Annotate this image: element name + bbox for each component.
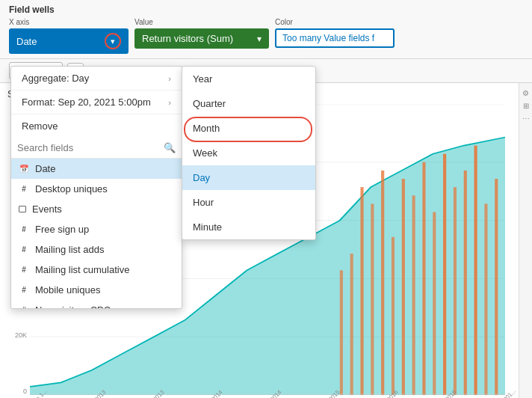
agg-item-quarter[interactable]: Quarter [182, 91, 315, 116]
agg-label-day: Day [193, 172, 210, 183]
field-label-mobile-uniques: Mobile uniques [35, 284, 100, 296]
svg-rect-12 [402, 179, 405, 395]
agg-label-hour: Hour [193, 197, 214, 208]
agg-item-day[interactable]: Day [182, 165, 315, 190]
hash-icon-2: # [19, 224, 29, 235]
search-box-row: 🔍 [11, 138, 182, 159]
field-label-mailing-cumulative: Mailing list cumulative [35, 264, 129, 275]
agg-label-month: Month [193, 123, 220, 134]
field-label-mailing-adds: Mailing list adds [35, 244, 105, 255]
field-list: 📅 Date # Desktop uniques Events # Free s… [11, 159, 182, 308]
format-label: Format: Sep 20, 2021 5:00pm [22, 97, 151, 108]
field-label-events: Events [32, 203, 62, 215]
agg-item-month[interactable]: Month [182, 116, 315, 141]
svg-rect-8 [360, 187, 363, 395]
rect-icon [19, 206, 26, 212]
field-item-desktop-uniques[interactable]: # Desktop uniques [11, 179, 182, 199]
search-icon: 🔍 [164, 142, 176, 153]
agg-label-year: Year [193, 73, 212, 85]
agg-label-minute: Minute [193, 221, 222, 233]
value-title: Value [134, 18, 269, 26]
x-axis-chevron-circle[interactable]: ▾ [105, 33, 121, 49]
hash-icon-6: # [19, 305, 29, 309]
svg-rect-13 [412, 195, 415, 395]
color-well: Color Too many Value fields f [275, 18, 395, 48]
agg-item-week[interactable]: Week [182, 141, 315, 165]
field-label-date: Date [35, 163, 55, 174]
svg-rect-21 [495, 179, 498, 395]
field-label-new-visitors-cpc: New visitors CPC [35, 304, 111, 308]
field-wells-row: X axis Date ▾ Value Return visitors (Sum… [9, 18, 523, 54]
value-well: Value Return visitors (Sum) ▾ [134, 18, 269, 49]
hash-icon-3: # [19, 245, 29, 255]
calendar-icon: 📅 [19, 164, 29, 174]
aggregate-arrow-icon: › [168, 74, 171, 83]
field-item-mobile-uniques[interactable]: # Mobile uniques [11, 280, 182, 300]
x-axis-box[interactable]: Date ▾ [9, 28, 129, 54]
agg-item-hour[interactable]: Hour [182, 190, 315, 215]
hash-icon-5: # [19, 285, 29, 296]
color-field-text: Too many Value fields f [282, 33, 374, 43]
svg-rect-9 [371, 203, 374, 395]
svg-rect-15 [433, 212, 436, 395]
search-input[interactable] [17, 142, 159, 153]
remove-item[interactable]: Remove [11, 114, 182, 138]
svg-rect-10 [381, 171, 384, 395]
svg-rect-7 [350, 254, 353, 395]
x-axis-well: X axis Date ▾ [9, 18, 129, 54]
agg-label-quarter: Quarter [193, 98, 226, 109]
field-label-desktop-uniques: Desktop uniques [35, 183, 108, 195]
svg-rect-16 [443, 154, 446, 395]
value-chevron-icon: ▾ [257, 34, 262, 44]
color-title: Color [275, 18, 395, 26]
aggregate-item[interactable]: Aggregate: Day › [11, 67, 182, 91]
aggregate-label: Aggregate: Day [22, 73, 89, 84]
chart-icon[interactable]: ⊞ [523, 102, 529, 110]
agg-label-week: Week [193, 147, 217, 159]
svg-rect-20 [484, 203, 487, 395]
gear-icon[interactable]: ⚙ [522, 89, 529, 97]
field-item-mailing-adds[interactable]: # Mailing list adds [11, 239, 182, 260]
right-panel: ⚙ ⊞ ⋯ [519, 83, 532, 398]
aggregate-dropdown: Year Quarter Month Week Day Hour Minute [182, 66, 316, 240]
svg-rect-14 [422, 162, 425, 395]
svg-rect-11 [392, 237, 395, 395]
field-dropdown: Aggregate: Day › Format: Sep 20, 2021 5:… [10, 66, 182, 309]
format-arrow-icon: › [168, 98, 171, 107]
field-item-free-signup[interactable]: # Free sign up [11, 219, 182, 239]
remove-label: Remove [22, 120, 58, 132]
svg-rect-6 [340, 270, 343, 395]
x-axis-value: Date [16, 36, 102, 47]
value-box[interactable]: Return visitors (Sum) ▾ [134, 28, 269, 49]
chevron-down-icon: ▾ [111, 37, 115, 46]
y-label-0: 0 [23, 388, 27, 395]
agg-item-year[interactable]: Year [182, 67, 315, 91]
field-label-free-signup: Free sign up [35, 224, 89, 235]
format-item[interactable]: Format: Sep 20, 2021 5:00pm › [11, 91, 182, 114]
hash-icon-1: # [19, 184, 29, 195]
x-axis-title: X axis [9, 18, 129, 26]
field-item-new-visitors-cpc[interactable]: # New visitors CPC [11, 300, 182, 308]
hash-icon-4: # [19, 265, 29, 275]
svg-rect-19 [474, 146, 477, 395]
field-item-events[interactable]: Events [11, 199, 182, 219]
field-wells-bar: Field wells X axis Date ▾ Value Return v… [0, 0, 532, 59]
more-icon[interactable]: ⋯ [522, 114, 530, 123]
svg-rect-18 [464, 171, 467, 395]
value-field-value: Return visitors (Sum) [142, 33, 253, 44]
field-wells-label: Field wells [9, 4, 523, 15]
field-item-date[interactable]: 📅 Date [11, 159, 182, 179]
agg-item-minute[interactable]: Minute [182, 215, 315, 239]
color-box[interactable]: Too many Value fields f [275, 28, 395, 48]
y-label-20k: 20K [15, 331, 27, 339]
svg-rect-17 [454, 187, 457, 395]
field-item-mailing-cumulative[interactable]: # Mailing list cumulative [11, 260, 182, 280]
